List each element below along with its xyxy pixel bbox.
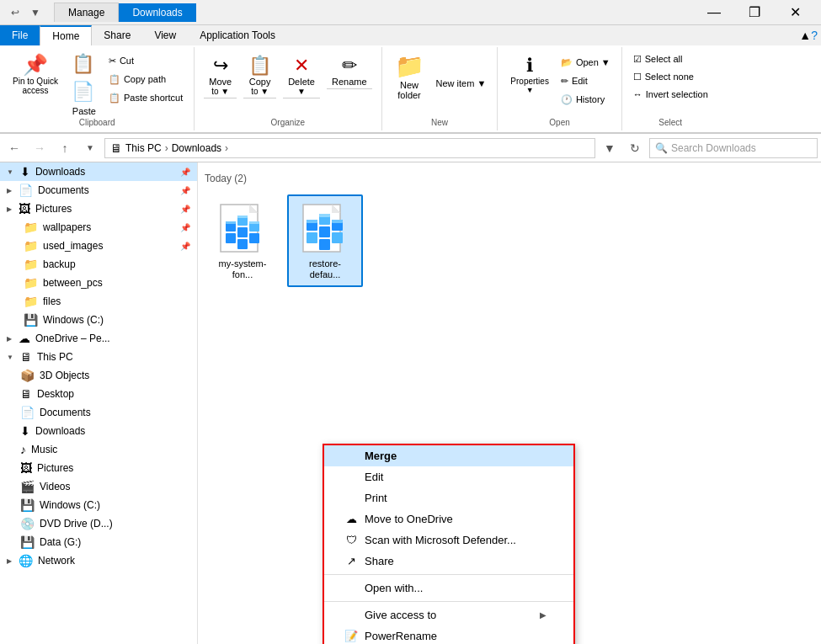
copy-icon: 📋 [72, 55, 94, 73]
back-button[interactable]: ← [3, 137, 25, 159]
delete-icon: ✕ [294, 55, 309, 77]
sidebar-item-backup[interactable]: 📁 backup [0, 255, 197, 274]
sidebar-item-downloads2[interactable]: ⬇ Downloads [0, 422, 197, 440]
refresh-button[interactable]: ↻ [624, 137, 646, 159]
pin-indicator: 📌 [180, 205, 190, 214]
minimize-button[interactable]: — [695, 0, 733, 25]
cm-item-edit[interactable]: Edit [324, 466, 573, 487]
sidebar-item-onedrive[interactable]: ▶ ☁ OneDrive – Pe... [0, 329, 197, 348]
paste-button[interactable]: 📄 [66, 78, 103, 105]
sidebar-item-used-images[interactable]: 📁 used_images 📌 [0, 237, 197, 255]
sidebar-item-network[interactable]: ▶ 🌐 Network [0, 551, 197, 570]
onedrive-cm-icon: ☁ [344, 513, 358, 525]
tab-downloads[interactable]: Downloads [119, 3, 195, 22]
tab-home[interactable]: Home [40, 25, 92, 45]
search-icon: 🔍 [655, 142, 668, 154]
file-item-2[interactable]: restore-defau... [287, 194, 363, 287]
recent-locations-button[interactable]: ▼ [79, 137, 101, 159]
sidebar-item-windows-c2[interactable]: 💾 Windows (C:) [0, 496, 197, 514]
select-none-label: Select none [645, 72, 694, 82]
tab-file[interactable]: File [0, 25, 40, 45]
close-button[interactable]: ✕ [776, 0, 814, 25]
cm-item-powerrename[interactable]: 📝 PowerRename [324, 625, 573, 644]
tab-manage[interactable]: Manage [54, 3, 119, 22]
qat-back[interactable]: ↩ [7, 4, 24, 21]
qat-dropdown[interactable]: ▼ [27, 4, 44, 21]
sidebar-item-documents[interactable]: ▶ 📄 Documents 📌 [0, 181, 197, 200]
up-button[interactable]: ↑ [54, 137, 76, 159]
tab-application-tools[interactable]: Application Tools [188, 25, 287, 45]
sidebar-item-windows-c[interactable]: 💾 Windows (C:) [0, 311, 197, 329]
properties-button[interactable]: ℹ Properties ▼ [504, 51, 555, 98]
copy-path-button[interactable]: 📋 Copy path [104, 71, 187, 88]
tab-view[interactable]: View [142, 25, 188, 45]
sidebar-item-videos[interactable]: 🎬 Videos [0, 477, 197, 496]
invert-selection-button[interactable]: ↔ Invert selection [629, 86, 712, 103]
svg-rect-25 [332, 220, 343, 223]
ribbon-collapse[interactable]: ▲ [799, 29, 811, 42]
search-placeholder: Search Downloads [671, 142, 756, 154]
pin-to-quick-button[interactable]: 📌 Pin to Quickaccess [7, 51, 64, 99]
pictures2-icon: 🖼 [20, 461, 32, 475]
between-pcs-icon: 📁 [24, 276, 38, 290]
share-cm-icon: ↗ [344, 555, 358, 567]
cm-item-defender[interactable]: 🛡 Scan with Microsoft Defender... [324, 530, 573, 551]
content-area: Today (2) [198, 162, 821, 644]
address-downloads[interactable]: Downloads [172, 142, 221, 154]
help-button[interactable]: ? [811, 29, 818, 42]
new-item-button[interactable]: New item ▼ [432, 75, 491, 92]
cm-label-open-with: Open with... [365, 582, 423, 594]
cm-item-give-access[interactable]: Give access to ▶ [324, 604, 573, 625]
delete-button[interactable]: ✕ Delete ▼ [280, 51, 323, 101]
new-folder-button[interactable]: 📁 Newfolder [389, 51, 430, 104]
paste-shortcut-button[interactable]: 📋 Paste shortcut [104, 89, 187, 106]
sidebar-item-files[interactable]: 📁 files [0, 292, 197, 311]
sidebar-item-data-g[interactable]: 💾 Data (G:) [0, 533, 197, 551]
sidebar-item-music[interactable]: ♪ Music [0, 440, 197, 459]
file-icon-1 [216, 201, 269, 255]
sidebar-item-dvd[interactable]: 💿 DVD Drive (D...) [0, 514, 197, 533]
sidebar-item-pictures[interactable]: ▶ 🖼 Pictures 📌 [0, 200, 197, 218]
cm-item-onedrive[interactable]: ☁ Move to OneDrive [324, 508, 573, 530]
forward-button[interactable]: → [29, 137, 51, 159]
address-dropdown-button[interactable]: ▼ [599, 137, 621, 159]
svg-rect-6 [237, 227, 248, 237]
maximize-button[interactable]: ❐ [735, 0, 774, 25]
delete-arrow: ▼ [297, 87, 306, 96]
organize-group-items: ↪ Move to ▼ 📋 Copy to ▼ ✕ Delete [201, 51, 374, 116]
cut-button[interactable]: ✂ Cut [104, 52, 187, 69]
cut-icon: ✂ [109, 56, 116, 67]
file-item-1[interactable]: my-system-fon... [205, 194, 280, 287]
rename-button[interactable]: ✏ Rename [324, 51, 375, 92]
cm-item-merge[interactable]: Merge [324, 445, 573, 466]
svg-rect-4 [226, 233, 236, 243]
copy-to-icon: 📋 [248, 55, 271, 77]
tab-share[interactable]: Share [92, 25, 142, 45]
windows-c2-icon: 💾 [20, 498, 35, 512]
address-bar[interactable]: 🖥 This PC › Downloads › [104, 138, 595, 158]
select-none-button[interactable]: ☐ Select none [629, 68, 712, 85]
file-name-1: my-system-fon... [211, 258, 274, 280]
copy-to-button[interactable]: 📋 Copy to ▼ [241, 51, 279, 101]
cm-item-share[interactable]: ↗ Share [324, 551, 573, 572]
copy-button[interactable]: 📋 [66, 51, 103, 77]
sidebar-item-between-pcs[interactable]: 📁 between_pcs [0, 274, 197, 292]
cm-item-open-with[interactable]: Open with... [324, 577, 573, 599]
sidebar-item-this-pc[interactable]: ▼ 🖥 This PC [0, 348, 197, 366]
sidebar-item-downloads[interactable]: ▼ ⬇ Downloads 📌 [0, 162, 197, 181]
address-this-pc[interactable]: This PC [125, 142, 162, 154]
sidebar-item-wallpapers[interactable]: 📁 wallpapers 📌 [0, 218, 197, 237]
search-bar[interactable]: 🔍 Search Downloads [649, 138, 818, 158]
dvd-icon: 💿 [20, 517, 35, 530]
sidebar-item-pictures2[interactable]: 🖼 Pictures [0, 459, 197, 477]
history-button[interactable]: 🕐 History [557, 91, 615, 108]
select-all-button[interactable]: ☑ Select all [629, 51, 712, 67]
open-button[interactable]: 📂 Open ▼ [557, 54, 615, 71]
sidebar-item-desktop[interactable]: 🖥 Desktop [0, 385, 197, 403]
cm-item-print[interactable]: Print [324, 487, 573, 508]
sidebar-item-documents2[interactable]: 📄 Documents [0, 403, 197, 422]
context-menu: Merge Edit Print ☁ Move to OneDrive [323, 444, 575, 644]
edit-button[interactable]: ✏ Edit [557, 72, 615, 89]
move-to-button[interactable]: ↪ Move to ▼ [201, 51, 239, 101]
sidebar-item-3d-objects[interactable]: 📦 3D Objects [0, 366, 197, 385]
